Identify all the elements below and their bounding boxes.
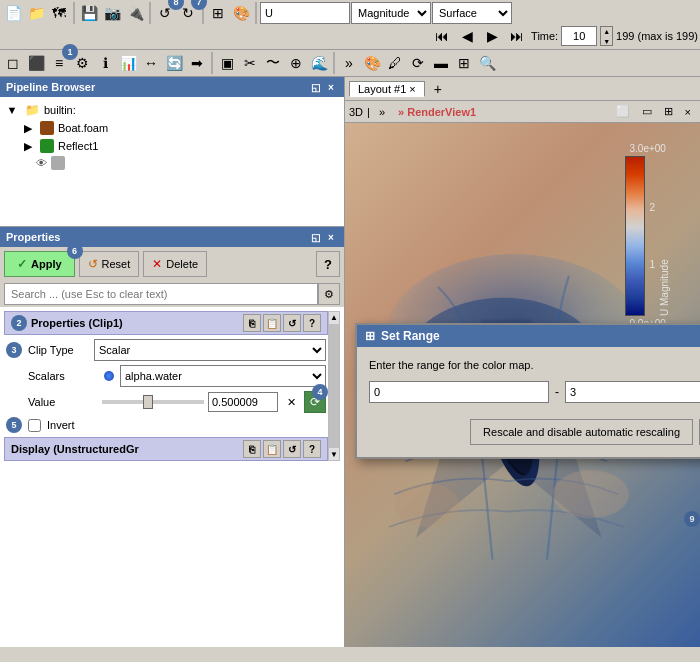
range-max-input[interactable] (565, 381, 700, 403)
slider-thumb[interactable] (143, 395, 153, 409)
more-filters-button[interactable]: » (338, 52, 360, 74)
glyph-button[interactable]: ⊕ (285, 52, 307, 74)
top-view-button[interactable]: » (374, 104, 390, 120)
dialog-buttons: Rescale and disable automatic rescaling … (369, 419, 700, 445)
close-view-button[interactable]: × (680, 103, 696, 120)
clip-button[interactable]: ✂ (239, 52, 261, 74)
badge-1: 1 (62, 44, 78, 60)
prev-frame-button[interactable]: ◀ (456, 25, 478, 47)
fast-forward-button[interactable]: ⏭ (506, 25, 528, 47)
orientation-button[interactable]: ⊞ (453, 52, 475, 74)
value-input[interactable] (208, 392, 278, 412)
edit-color-button[interactable]: 🖊 (384, 52, 406, 74)
sep2 (149, 2, 151, 24)
time-input[interactable] (561, 26, 597, 46)
display-copy-icon[interactable]: ⎘ (243, 440, 261, 458)
badge-3: 3 (6, 342, 22, 358)
scalars-select[interactable]: alpha.water (120, 365, 326, 387)
layout-tab[interactable]: Layout #1 × (349, 81, 425, 97)
open-button[interactable]: 📁 (25, 2, 47, 24)
search-settings-icon[interactable]: ⚙ (318, 283, 340, 305)
filter-button[interactable]: ▣ (216, 52, 238, 74)
transform-button[interactable]: ⊞ (207, 2, 229, 24)
help-button[interactable]: ? (316, 251, 340, 277)
sep5 (211, 52, 213, 74)
restore-icon[interactable]: ↺ (283, 314, 301, 332)
loop-button[interactable]: 🔄 (163, 52, 185, 74)
rescale-button[interactable]: ⟳ (407, 52, 429, 74)
scalars-label: Scalars (28, 370, 98, 382)
scrollbar[interactable]: ▲ ▼ (328, 311, 340, 461)
info-button[interactable]: ℹ (94, 52, 116, 74)
display-paste-icon[interactable]: 📋 (263, 440, 281, 458)
value-row: Value ✕ 4 ⟳ (4, 391, 328, 413)
clip-type-select[interactable]: Scalar (94, 339, 326, 361)
tree-item-builtin[interactable]: ▼ 📁 builtin: (4, 101, 340, 119)
range-min-input[interactable] (369, 381, 549, 403)
rewind-button[interactable]: ⏮ (431, 25, 453, 47)
visibility-eye-icon[interactable]: 👁 (36, 157, 47, 169)
memory-button[interactable]: 📊 (117, 52, 139, 74)
time-up[interactable]: ▲ (601, 27, 612, 37)
tree-expand-icon: ▼ (4, 102, 20, 118)
split-h-button[interactable]: ⬜ (611, 103, 635, 120)
value-clear-icon[interactable]: ✕ (282, 392, 300, 412)
delete-button[interactable]: ✕ Delete (143, 251, 207, 277)
display-docs-icon[interactable]: ? (303, 440, 321, 458)
cube-button[interactable]: ⬛ (25, 52, 47, 74)
split-4-button[interactable]: ⊞ (659, 103, 678, 120)
connect-button[interactable]: 🔌 (124, 2, 146, 24)
time-spinner[interactable]: ▲ ▼ (600, 26, 613, 46)
save-button[interactable]: 💾 (78, 2, 100, 24)
scroll-up-icon[interactable]: ▲ (330, 313, 338, 322)
scroll-down-icon[interactable]: ▼ (330, 450, 338, 459)
value-slider[interactable] (102, 400, 204, 404)
badge-7: 7 (191, 0, 207, 10)
delete-icon: ✕ (152, 257, 162, 271)
dialog-title-bar: ⊞ Set Range ? × (357, 325, 700, 347)
tree-item-eye[interactable]: 👁 (36, 155, 340, 171)
transform2-button[interactable]: ↔ (140, 52, 162, 74)
scalar-input[interactable] (260, 2, 350, 24)
map-button[interactable]: 🗺 (48, 2, 70, 24)
view-mode-icons: ⬜ ▭ ⊞ × (611, 103, 696, 120)
split-v-button[interactable]: ▭ (637, 103, 657, 120)
time-label: Time: (531, 30, 558, 42)
docs-icon[interactable]: ? (303, 314, 321, 332)
wireframe-button[interactable]: ◻ (2, 52, 24, 74)
properties-float-icon[interactable]: ◱ (308, 230, 322, 244)
representation-select[interactable]: Surface (432, 2, 512, 24)
navigate-button[interactable]: 🔍 (476, 52, 498, 74)
display-restore-icon[interactable]: ↺ (283, 440, 301, 458)
play-button[interactable]: ▶ (481, 25, 503, 47)
copy-icon[interactable]: ⎘ (243, 314, 261, 332)
screenshot-button[interactable]: 📷 (101, 2, 123, 24)
pipeline-float-icon[interactable]: ◱ (308, 80, 322, 94)
stream-button[interactable]: 🌊 (308, 52, 330, 74)
color-btn[interactable]: 🎨 (361, 52, 383, 74)
scalars-row: Scalars alpha.water (4, 365, 328, 387)
reset-button[interactable]: ↺ Reset (79, 251, 140, 277)
dialog-title-left: ⊞ Set Range (365, 329, 440, 343)
boatfoam-obj-icon (40, 121, 54, 135)
tree-item-reflect1[interactable]: ▶ Reflect1 (20, 137, 340, 155)
props-scroll-area: 2 Properties (Clip1) ⎘ 📋 ↺ ? (4, 311, 340, 461)
scroll-thumb[interactable] (329, 324, 339, 448)
tree-item-boatfoam[interactable]: ▶ Boat.foam (20, 119, 340, 137)
contour-button[interactable]: 〜 (262, 52, 284, 74)
invert-checkbox[interactable] (28, 419, 41, 432)
magnitude-select[interactable]: Magnitude (351, 2, 431, 24)
legend-button[interactable]: ▬ (430, 52, 452, 74)
new-button[interactable]: 📄 (2, 2, 24, 24)
apply-button[interactable]: ✓ Apply (4, 251, 75, 277)
properties-search[interactable] (4, 283, 318, 305)
paste-icon[interactable]: 📋 (263, 314, 281, 332)
value-refresh-icon[interactable]: 4 ⟳ (304, 391, 326, 413)
properties-close-icon[interactable]: × (324, 230, 338, 244)
add-layout-button[interactable]: + (429, 80, 447, 98)
rescale-disable-button[interactable]: Rescale and disable automatic rescaling (470, 419, 693, 445)
time-down[interactable]: ▼ (601, 37, 612, 47)
source-button[interactable]: ➡ (186, 52, 208, 74)
pipeline-close-icon[interactable]: × (324, 80, 338, 94)
palette-button[interactable]: 🎨 (230, 2, 252, 24)
